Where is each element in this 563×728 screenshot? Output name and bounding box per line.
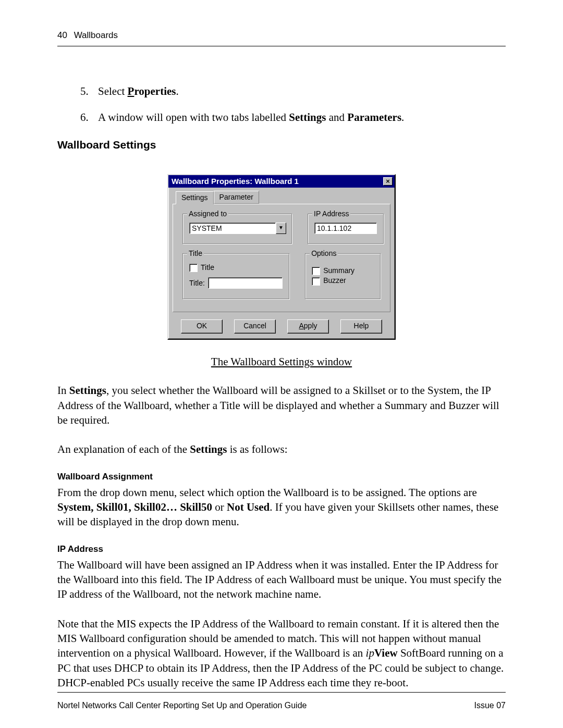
ok-button[interactable]: OK xyxy=(181,319,223,334)
text: Select xyxy=(98,85,128,97)
checkbox-label: Summary xyxy=(323,266,354,275)
chevron-down-icon[interactable]: ▼ xyxy=(276,223,286,234)
ip-address-input[interactable]: 10.1.1.102 xyxy=(314,223,377,234)
text: In xyxy=(57,384,69,397)
text: From the drop down menu, select which op… xyxy=(57,486,477,499)
checkbox-label: Title xyxy=(201,263,214,272)
group-ip-address: IP Address 10.1.1.102 xyxy=(308,214,384,244)
tab-strip: Settings Parameter xyxy=(173,191,390,204)
group-label: Title xyxy=(187,249,204,257)
wallboard-properties-dialog: Wallboard Properties: Wallboard 1 × Sett… xyxy=(167,174,396,340)
group-label: Assigned to xyxy=(187,209,228,218)
text: A window will open with two tabs labelle… xyxy=(98,111,289,124)
step-6: 6. A window will open with two tabs labe… xyxy=(80,109,506,127)
text-italic: ip xyxy=(366,647,374,659)
paragraph: In Settings, you select whether the Wall… xyxy=(57,383,506,427)
titlebar: Wallboard Properties: Wallboard 1 × xyxy=(168,175,395,188)
text-bold: System, Skill01, Skill02… Skill50 xyxy=(57,501,212,513)
footer-rule xyxy=(57,692,506,693)
footer-issue: Issue 07 xyxy=(474,701,506,710)
step-text: Select Properties. xyxy=(98,83,179,101)
paragraph: An explanation of each of the Settings i… xyxy=(57,442,506,456)
text: is as follows: xyxy=(227,443,287,455)
summary-checkbox-row: Summary xyxy=(312,266,374,275)
dialog-button-row: OK Cancel Apply Help xyxy=(173,319,390,334)
settings-tab-panel: Assigned to SYSTEM ▼ IP Address 10.1.1.1… xyxy=(173,204,390,312)
summary-checkbox[interactable] xyxy=(312,267,320,275)
figure-caption: The Wallboard Settings window xyxy=(57,355,506,368)
checkbox-label: Buzzer xyxy=(323,276,346,285)
page-number: 40 xyxy=(57,30,67,40)
text: roperties xyxy=(134,85,176,97)
text: or xyxy=(212,501,227,513)
group-label: Options xyxy=(310,249,338,257)
footer-title: Nortel Networks Call Center Reporting Se… xyxy=(57,701,307,710)
group-title: Title Title Title: xyxy=(182,253,289,299)
running-header: 40 Wallboards xyxy=(57,30,506,41)
step-number: 6. xyxy=(80,109,98,127)
tab-settings[interactable]: Settings xyxy=(176,191,214,204)
title-field-label: Title: xyxy=(189,279,205,287)
apply-button[interactable]: Apply xyxy=(287,319,329,334)
title-checkbox[interactable] xyxy=(189,264,198,272)
paragraph: From the drop down menu, select which op… xyxy=(57,485,506,529)
text: . xyxy=(176,85,178,97)
assigned-to-combo[interactable]: SYSTEM ▼ xyxy=(189,223,286,234)
dialog-figure: Wallboard Properties: Wallboard 1 × Sett… xyxy=(57,174,506,340)
buzzer-checkbox[interactable] xyxy=(312,277,320,286)
numbered-steps: 5. Select Properties. 6. A window will o… xyxy=(80,83,506,126)
text-bold: Parameters xyxy=(347,111,401,124)
title-field-row: Title: xyxy=(189,277,283,289)
text: pply xyxy=(304,322,317,330)
mnemonic-letter: A xyxy=(299,322,303,330)
help-button[interactable]: Help xyxy=(340,319,382,334)
dialog-client-area: Settings Parameter Assigned to SYSTEM ▼ xyxy=(168,188,395,339)
paragraph: The Wallboard will have been assigned an… xyxy=(57,558,506,602)
title-checkbox-row: Title xyxy=(189,263,283,272)
subheading-wallboard-assignment: Wallboard Assignment xyxy=(57,472,506,482)
text-bold: Settings xyxy=(289,111,326,124)
step-text: A window will open with two tabs labelle… xyxy=(98,109,404,127)
subheading-ip-address: IP Address xyxy=(57,544,506,554)
title-input[interactable] xyxy=(208,277,283,289)
group-label: IP Address xyxy=(312,209,350,218)
text: An explanation of each of the xyxy=(57,443,190,455)
step-number: 5. xyxy=(80,83,98,101)
text-bold: Settings xyxy=(190,443,227,455)
text: , you select whether the Wallboard will … xyxy=(57,384,499,426)
step-5: 5. Select Properties. xyxy=(80,83,506,101)
header-rule xyxy=(57,46,506,46)
buzzer-checkbox-row: Buzzer xyxy=(312,276,374,285)
text-bold: View xyxy=(374,647,398,659)
text-bold: Settings xyxy=(69,384,106,397)
assigned-to-value[interactable]: SYSTEM xyxy=(189,223,276,234)
document-page: 40 Wallboards 5. Select Properties. 6. A… xyxy=(0,0,563,728)
mnemonic-letter: P xyxy=(128,85,134,97)
heading-wallboard-settings: Wallboard Settings xyxy=(57,139,506,151)
text: and xyxy=(326,111,347,124)
header-section: Wallboards xyxy=(74,30,118,40)
cancel-button[interactable]: Cancel xyxy=(234,319,276,334)
group-assigned-to: Assigned to SYSTEM ▼ xyxy=(182,214,292,244)
paragraph: Note that the MIS expects the IP Address… xyxy=(57,616,506,690)
tab-parameter[interactable]: Parameter xyxy=(214,191,259,204)
group-options: Options Summary Buzzer xyxy=(305,253,381,299)
text-bold: Not Used xyxy=(227,501,270,513)
text: . xyxy=(401,111,404,124)
window-title: Wallboard Properties: Wallboard 1 xyxy=(172,177,299,186)
close-button[interactable]: × xyxy=(383,177,393,186)
running-footer: Nortel Networks Call Center Reporting Se… xyxy=(57,701,506,710)
